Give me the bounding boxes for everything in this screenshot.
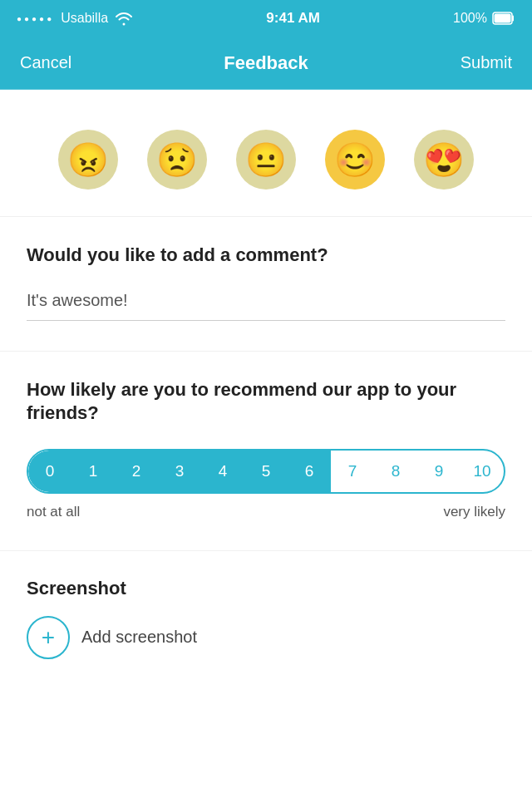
- nps-number-3[interactable]: 3: [158, 451, 201, 492]
- emoji-angry[interactable]: 😠: [58, 130, 118, 190]
- time-display: 9:41 AM: [266, 10, 320, 27]
- emoji-neutral[interactable]: 😐: [236, 130, 296, 190]
- add-screenshot-button[interactable]: +: [27, 616, 70, 659]
- emoji-sad[interactable]: 😟: [147, 130, 207, 190]
- nps-number-6[interactable]: 6: [288, 451, 331, 492]
- comment-question: Would you like to add a comment?: [27, 244, 505, 268]
- battery-icon: [492, 12, 515, 25]
- divider-2: [0, 351, 532, 352]
- nps-labels: not at all very likely: [27, 504, 505, 520]
- emoji-rating-row: 😠 😟 😐 😊 😍: [27, 116, 505, 203]
- add-screenshot-row: + Add screenshot: [27, 616, 505, 659]
- love-icon: 😍: [423, 140, 465, 180]
- main-content: 😠 😟 😐 😊 😍 Would you like to add a commen…: [0, 90, 532, 659]
- nps-number-1[interactable]: 1: [71, 451, 115, 492]
- neutral-icon: 😐: [245, 140, 287, 180]
- nps-label-high: very likely: [443, 504, 505, 520]
- nps-number-7[interactable]: 7: [331, 451, 374, 492]
- cancel-button[interactable]: Cancel: [20, 47, 71, 79]
- nps-scale[interactable]: 012345678910: [27, 449, 505, 494]
- nps-number-2[interactable]: 2: [115, 451, 158, 492]
- nps-label-low: not at all: [27, 504, 80, 520]
- page-title: Feedback: [224, 52, 308, 74]
- divider-1: [0, 216, 532, 217]
- navigation-bar: Cancel Feedback Submit: [0, 37, 532, 90]
- screenshot-section: Screenshot + Add screenshot: [27, 578, 505, 659]
- svg-rect-1: [494, 14, 510, 23]
- carrier-info: ●●●●● Usabilla: [17, 11, 133, 26]
- status-bar: ●●●●● Usabilla 9:41 AM 100%: [0, 0, 532, 37]
- screenshot-title: Screenshot: [27, 578, 505, 599]
- emoji-happy[interactable]: 😊: [325, 130, 385, 190]
- battery-info: 100%: [453, 11, 515, 26]
- divider-3: [0, 550, 532, 551]
- battery-percentage: 100%: [453, 11, 487, 26]
- angry-icon: 😠: [67, 140, 109, 180]
- submit-button[interactable]: Submit: [461, 47, 512, 79]
- plus-icon: +: [42, 626, 55, 649]
- recommend-section: How likely are you to recommend our app …: [27, 378, 505, 520]
- recommend-question: How likely are you to recommend our app …: [27, 378, 505, 426]
- wifi-icon: [115, 11, 133, 26]
- nps-number-10[interactable]: 10: [461, 451, 504, 492]
- nps-number-8[interactable]: 8: [374, 451, 417, 492]
- add-screenshot-label: Add screenshot: [81, 628, 197, 647]
- sad-icon: 😟: [156, 140, 198, 180]
- nps-number-0[interactable]: 0: [28, 451, 71, 492]
- emoji-love[interactable]: 😍: [414, 130, 474, 190]
- nps-number-9[interactable]: 9: [417, 451, 461, 492]
- carrier-name: Usabilla: [61, 11, 108, 26]
- comment-input[interactable]: [27, 284, 505, 321]
- nps-number-4[interactable]: 4: [201, 451, 244, 492]
- happy-icon: 😊: [334, 140, 376, 180]
- signal-dots: ●●●●●: [17, 14, 54, 23]
- comment-section: Would you like to add a comment?: [27, 244, 505, 351]
- nps-number-5[interactable]: 5: [244, 451, 288, 492]
